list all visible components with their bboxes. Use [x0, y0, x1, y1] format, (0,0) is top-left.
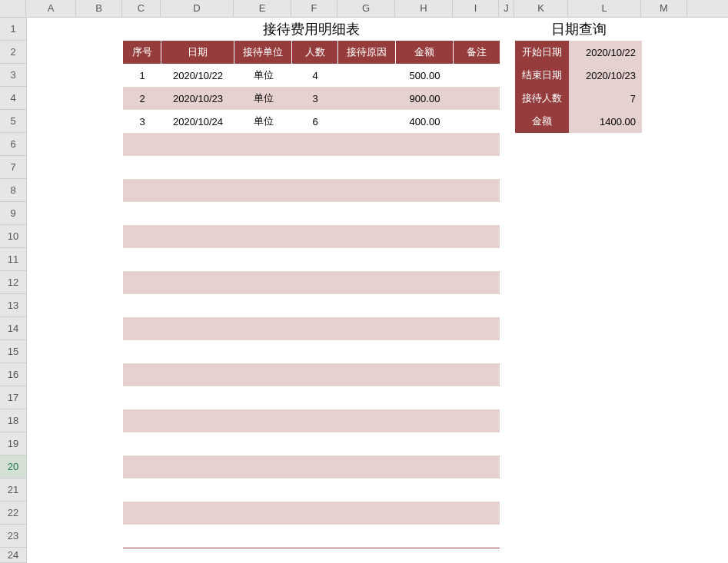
- cell-6-6[interactable]: [454, 133, 500, 156]
- cell-13-3[interactable]: [292, 294, 338, 317]
- cell-10-2[interactable]: [234, 225, 292, 248]
- cell-13-5[interactable]: [396, 294, 454, 317]
- column-header-M[interactable]: M: [641, 0, 687, 17]
- cell-5-3[interactable]: 6: [292, 110, 338, 133]
- cell-10-6[interactable]: [454, 225, 500, 248]
- cell-11-5[interactable]: [396, 248, 454, 271]
- cell-12-6[interactable]: [454, 271, 500, 294]
- cell-20-0[interactable]: [123, 455, 161, 479]
- cell-14-2[interactable]: [234, 317, 292, 340]
- cell-11-1[interactable]: [161, 248, 234, 271]
- column-header-J[interactable]: J: [499, 0, 514, 17]
- cell-21-4[interactable]: [338, 479, 396, 502]
- cell-18-5[interactable]: [396, 409, 454, 432]
- cell-5-1[interactable]: 2020/10/24: [161, 110, 234, 133]
- cell-12-1[interactable]: [161, 271, 234, 294]
- cell-16-5[interactable]: [396, 363, 454, 386]
- cell-15-3[interactable]: [292, 340, 338, 363]
- cell-22-0[interactable]: [123, 502, 161, 525]
- row-header-5[interactable]: 5: [0, 110, 26, 133]
- row-header-13[interactable]: 13: [0, 294, 26, 317]
- column-header-E[interactable]: E: [234, 0, 291, 17]
- cell-19-6[interactable]: [454, 432, 500, 455]
- cell-15-0[interactable]: [123, 340, 161, 363]
- cell-20-2[interactable]: [234, 455, 292, 479]
- cell-4-0[interactable]: 2: [123, 87, 161, 110]
- cell-5-5[interactable]: 400.00: [396, 110, 454, 133]
- cell-15-2[interactable]: [234, 340, 292, 363]
- cell-16-1[interactable]: [161, 363, 234, 386]
- cell-18-2[interactable]: [234, 409, 292, 432]
- cell-22-1[interactable]: [161, 502, 234, 525]
- cell-16-6[interactable]: [454, 363, 500, 386]
- column-header-L[interactable]: L: [568, 0, 641, 17]
- cell-13-2[interactable]: [234, 294, 292, 317]
- cell-21-6[interactable]: [454, 479, 500, 502]
- cell-18-4[interactable]: [338, 409, 396, 432]
- cell-16-2[interactable]: [234, 363, 292, 386]
- cell-7-4[interactable]: [338, 156, 396, 179]
- cell-20-4[interactable]: [338, 455, 396, 479]
- cell-9-0[interactable]: [123, 202, 161, 225]
- column-header-C[interactable]: C: [122, 0, 161, 17]
- query-value-2[interactable]: 7: [569, 87, 642, 110]
- cell-17-2[interactable]: [234, 386, 292, 409]
- query-value-3[interactable]: 1400.00: [569, 110, 642, 133]
- cell-17-0[interactable]: [123, 386, 161, 409]
- cell-7-3[interactable]: [292, 156, 338, 179]
- cell-8-3[interactable]: [292, 179, 338, 202]
- cell-22-4[interactable]: [338, 502, 396, 525]
- row-header-6[interactable]: 6: [0, 133, 26, 156]
- cell-14-1[interactable]: [161, 317, 234, 340]
- cell-8-1[interactable]: [161, 179, 234, 202]
- cell-14-4[interactable]: [338, 317, 396, 340]
- cell-11-6[interactable]: [454, 248, 500, 271]
- cell-3-6[interactable]: [454, 64, 500, 87]
- cell-12-4[interactable]: [338, 271, 396, 294]
- cell-13-4[interactable]: [338, 294, 396, 317]
- cell-3-2[interactable]: 单位: [234, 64, 292, 87]
- cell-15-6[interactable]: [454, 340, 500, 363]
- row-header-23[interactable]: 23: [0, 525, 26, 548]
- query-value-0[interactable]: 2020/10/22: [569, 41, 642, 64]
- cell-19-3[interactable]: [292, 432, 338, 455]
- cell-4-2[interactable]: 单位: [234, 87, 292, 110]
- cell-3-1[interactable]: 2020/10/22: [161, 64, 234, 87]
- cell-6-5[interactable]: [396, 133, 454, 156]
- cell-12-0[interactable]: [123, 271, 161, 294]
- cell-19-4[interactable]: [338, 432, 396, 455]
- cell-21-2[interactable]: [234, 479, 292, 502]
- cell-21-3[interactable]: [292, 479, 338, 502]
- cell-6-3[interactable]: [292, 133, 338, 156]
- cell-20-1[interactable]: [161, 455, 234, 479]
- cell-17-6[interactable]: [454, 386, 500, 409]
- column-header-B[interactable]: B: [76, 0, 122, 17]
- cell-9-2[interactable]: [234, 202, 292, 225]
- cell-10-1[interactable]: [161, 225, 234, 248]
- cell-12-3[interactable]: [292, 271, 338, 294]
- cell-15-5[interactable]: [396, 340, 454, 363]
- row-header-22[interactable]: 22: [0, 502, 26, 525]
- cell-22-6[interactable]: [454, 502, 500, 525]
- cell-9-1[interactable]: [161, 202, 234, 225]
- cell-13-1[interactable]: [161, 294, 234, 317]
- column-header-K[interactable]: K: [514, 0, 568, 17]
- query-value-1[interactable]: 2020/10/23: [569, 64, 642, 87]
- row-header-7[interactable]: 7: [0, 156, 26, 179]
- cell-5-0[interactable]: 3: [123, 110, 161, 133]
- cell-16-0[interactable]: [123, 363, 161, 386]
- row-header-2[interactable]: 2: [0, 41, 26, 64]
- cell-17-1[interactable]: [161, 386, 234, 409]
- cell-20-3[interactable]: [292, 455, 338, 479]
- row-header-16[interactable]: 16: [0, 363, 26, 386]
- cell-8-6[interactable]: [454, 179, 500, 202]
- cell-19-5[interactable]: [396, 432, 454, 455]
- cell-4-6[interactable]: [454, 87, 500, 110]
- cell-16-4[interactable]: [338, 363, 396, 386]
- cell-3-5[interactable]: 500.00: [396, 64, 454, 87]
- cell-21-1[interactable]: [161, 479, 234, 502]
- cell-18-6[interactable]: [454, 409, 500, 432]
- cell-7-2[interactable]: [234, 156, 292, 179]
- row-header-4[interactable]: 4: [0, 87, 26, 110]
- cell-9-5[interactable]: [396, 202, 454, 225]
